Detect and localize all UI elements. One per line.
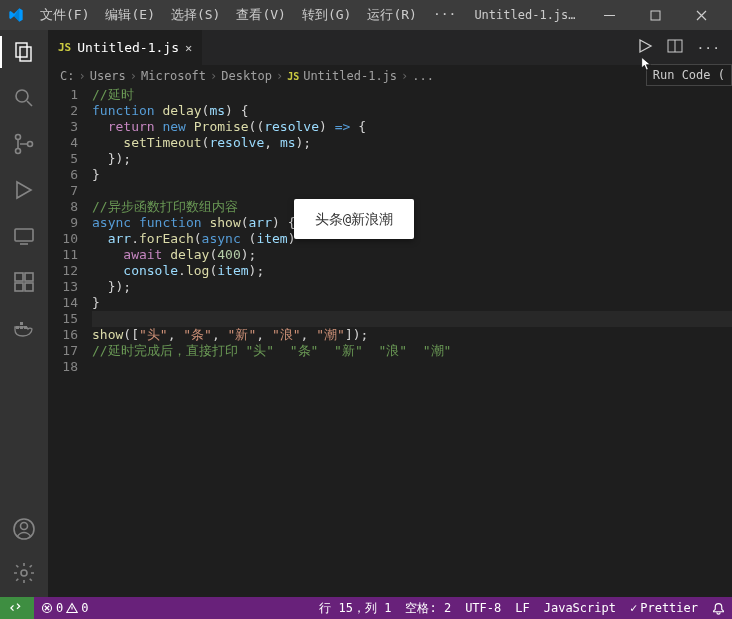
activity-bar: [0, 30, 48, 597]
menu-edit[interactable]: 编辑(E): [97, 2, 162, 28]
search-icon[interactable]: [12, 86, 36, 110]
maximize-icon[interactable]: [632, 0, 678, 30]
window-title: Untitled-1.js - Visual Studio Co...: [468, 8, 582, 22]
remote-explorer-icon[interactable]: [12, 224, 36, 248]
settings-gear-icon[interactable]: [12, 561, 36, 585]
svg-rect-3: [20, 47, 31, 61]
tab-untitled-1[interactable]: JS Untitled-1.js ✕: [48, 30, 203, 65]
menu-file[interactable]: 文件(F): [32, 2, 97, 28]
menu-selection[interactable]: 选择(S): [163, 2, 228, 28]
svg-rect-8: [15, 229, 33, 241]
js-file-icon: JS: [287, 71, 299, 82]
menu-run[interactable]: 运行(R): [359, 2, 424, 28]
menu-view[interactable]: 查看(V): [228, 2, 293, 28]
menu-overflow[interactable]: ···: [425, 2, 464, 28]
status-problems[interactable]: 0 0: [34, 601, 95, 615]
status-eol[interactable]: LF: [508, 601, 536, 615]
watermark-overlay: 头条@新浪潮: [294, 199, 414, 239]
close-icon[interactable]: [678, 0, 724, 30]
run-debug-icon[interactable]: [12, 178, 36, 202]
breadcrumb[interactable]: C:› Users› Microsoft› Desktop› JS Untitl…: [48, 65, 732, 87]
breadcrumb-seg[interactable]: Untitled-1.js: [303, 69, 397, 83]
status-encoding[interactable]: UTF-8: [458, 601, 508, 615]
breadcrumb-seg[interactable]: ...: [412, 69, 434, 83]
svg-rect-16: [20, 322, 23, 325]
account-icon[interactable]: [12, 517, 36, 541]
status-bar: 0 0 行 15，列 1 空格: 2 UTF-8 LF JavaScript ✓…: [0, 597, 732, 619]
run-code-tooltip: Run Code (: [646, 64, 732, 86]
status-notifications-icon[interactable]: [705, 602, 732, 615]
svg-rect-12: [25, 283, 33, 291]
status-indentation[interactable]: 空格: 2: [398, 600, 458, 617]
svg-point-7: [28, 142, 33, 147]
svg-point-6: [16, 149, 21, 154]
svg-rect-2: [16, 43, 27, 57]
code-lines[interactable]: //延时function delay(ms) { return new Prom…: [92, 87, 732, 597]
breadcrumb-seg[interactable]: Users: [90, 69, 126, 83]
status-language[interactable]: JavaScript: [537, 601, 623, 615]
svg-point-19: [21, 570, 27, 576]
status-prettier[interactable]: ✓ Prettier: [623, 601, 705, 615]
extensions-icon[interactable]: [12, 270, 36, 294]
minimize-icon[interactable]: [586, 0, 632, 30]
more-actions-icon[interactable]: ···: [697, 40, 720, 55]
tab-close-icon[interactable]: ✕: [185, 41, 192, 55]
code-editor[interactable]: 123456789101112131415161718 //延时function…: [48, 87, 732, 597]
explorer-icon[interactable]: [12, 40, 36, 64]
svg-rect-9: [15, 273, 23, 281]
js-file-icon: JS: [58, 41, 71, 54]
svg-point-5: [16, 135, 21, 140]
breadcrumb-seg[interactable]: Desktop: [221, 69, 272, 83]
tab-label: Untitled-1.js: [77, 40, 179, 55]
vscode-logo-icon: [8, 7, 24, 23]
svg-rect-11: [15, 283, 23, 291]
menu-bar: 文件(F) 编辑(E) 选择(S) 查看(V) 转到(G) 运行(R) ···: [32, 2, 464, 28]
title-bar: 文件(F) 编辑(E) 选择(S) 查看(V) 转到(G) 运行(R) ··· …: [0, 0, 732, 30]
run-code-icon[interactable]: [637, 38, 653, 57]
tab-strip: JS Untitled-1.js ✕ ··· Run Code (: [48, 30, 732, 65]
status-cursor-position[interactable]: 行 15，列 1: [312, 600, 398, 617]
breadcrumb-seg[interactable]: C:: [60, 69, 74, 83]
svg-point-18: [21, 523, 28, 530]
source-control-icon[interactable]: [12, 132, 36, 156]
menu-goto[interactable]: 转到(G): [294, 2, 359, 28]
remote-indicator-icon[interactable]: [0, 597, 34, 619]
docker-icon[interactable]: [12, 316, 36, 340]
svg-point-4: [16, 90, 28, 102]
svg-rect-1: [651, 11, 660, 20]
svg-rect-10: [25, 273, 33, 281]
split-editor-icon[interactable]: [667, 38, 683, 57]
line-number-gutter: 123456789101112131415161718: [48, 87, 92, 597]
editor-group: JS Untitled-1.js ✕ ··· Run Code ( C:› Us…: [48, 30, 732, 597]
breadcrumb-seg[interactable]: Microsoft: [141, 69, 206, 83]
svg-rect-0: [604, 15, 615, 16]
